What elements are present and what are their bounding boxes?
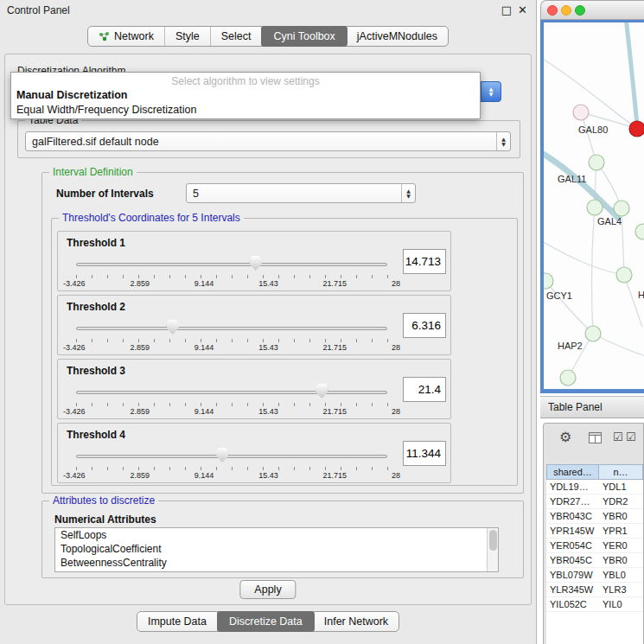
network-node[interactable] (635, 224, 644, 239)
numerical-attributes-label: Numerical Attributes (54, 513, 156, 526)
list-item[interactable]: BetweennessCentrality (55, 556, 498, 570)
gear-icon[interactable]: ⚙ (559, 429, 571, 445)
scale-tick-label: -3.426 (63, 279, 86, 288)
network-canvas[interactable]: GAL80 GAL11 GAL4 GCY1 HAP2 H (544, 22, 644, 389)
network-frame: GAL80 GAL11 GAL4 GCY1 HAP2 H (540, 20, 644, 393)
threshold-3-panel: Threshold 3 -3.426 2.859 9.144 15.43 21.… (57, 359, 451, 419)
network-node[interactable] (573, 105, 589, 120)
scale-tick-label: -3.426 (63, 343, 86, 352)
threshold-2-value-field[interactable] (403, 313, 446, 338)
table-panel-header: Table Panel (540, 396, 644, 418)
list-item[interactable]: TopologicalCoefficient (55, 542, 498, 556)
network-node[interactable] (616, 267, 632, 283)
apply-button[interactable]: Apply (239, 580, 296, 599)
thresholds-group: Threshold's Coordinates for 5 Intervals … (51, 218, 518, 486)
table-row[interactable]: YBR043C YBR0 (546, 509, 643, 524)
tab-network-label: Network (114, 30, 154, 42)
cell-shared-name: YER054C (546, 539, 599, 552)
tab-discretize-data[interactable]: Discretize Data (217, 611, 315, 632)
threshold-2-slider-thumb[interactable] (167, 320, 179, 335)
zoom-traffic-light[interactable] (575, 5, 585, 16)
threshold-4-label: Threshold 4 (67, 429, 125, 441)
network-node[interactable] (614, 201, 629, 216)
table-row[interactable]: YBL079W YBL0 (546, 568, 643, 583)
table-data-value: galFiltered.sif default node (32, 136, 159, 148)
scale-tick-label: 9.144 (194, 471, 214, 480)
network-node[interactable] (544, 273, 553, 289)
scale-tick-label: 15.43 (258, 279, 278, 288)
tab-infer-network[interactable]: Infer Network (314, 612, 399, 631)
table-data-combobox[interactable]: galFiltered.sif default node ▲▼ (25, 131, 511, 151)
network-node[interactable] (589, 155, 604, 170)
scale-tick-label: 28 (392, 407, 400, 416)
close-icon[interactable]: ✕ (518, 3, 527, 16)
tab-select-label: Select (221, 30, 252, 42)
close-traffic-light[interactable] (547, 5, 558, 16)
dropdown-placeholder: Select algorithm to view settings (11, 75, 480, 87)
threshold-1-value-field[interactable] (403, 249, 446, 274)
table-row[interactable]: YIL052C YIL0 (546, 597, 643, 612)
threshold-3-value-field[interactable] (403, 377, 446, 402)
threshold-4-value-field[interactable] (403, 441, 446, 466)
combobox-stepper-icon[interactable]: ▲▼ (481, 81, 501, 102)
interval-definition-group: Interval Definition Number of Intervals … (41, 172, 524, 494)
cell-shared-name: YIL052C (546, 597, 599, 611)
cell-name: YBR0 (599, 553, 643, 567)
tab-style-label: Style (175, 30, 200, 42)
table-row[interactable]: YDR27… YDR2 (546, 494, 643, 509)
scale-tick-label: 15.43 (258, 343, 278, 352)
cell-shared-name: YLR345W (546, 583, 599, 596)
slider-scale: -3.426 2.859 9.144 15.43 21.715 28 (63, 279, 400, 288)
dropdown-option-equal-width[interactable]: Equal Width/Frequency Discretization (16, 104, 196, 116)
combobox-stepper-icon: ▲▼ (496, 132, 510, 150)
threshold-4-slider-thumb[interactable] (216, 448, 228, 462)
dropdown-option-manual[interactable]: Manual Discretization (16, 89, 128, 101)
column-header-shared-name[interactable]: shared… (546, 464, 599, 480)
minimize-icon[interactable]: □ (501, 3, 512, 16)
number-of-intervals-combobox[interactable]: 5 ▲▼ (186, 183, 416, 203)
table-row[interactable]: YER054C YER0 (546, 539, 643, 553)
network-node[interactable] (587, 200, 603, 215)
network-graph: GAL80 GAL11 GAL4 GCY1 HAP2 H (544, 22, 644, 389)
slider-scale: -3.426 2.859 9.144 15.43 21.715 28 (63, 471, 400, 480)
list-scrollbar[interactable] (487, 528, 498, 571)
screen: Control Panel □ ✕ Network S (0, 0, 644, 644)
network-node[interactable] (560, 370, 576, 386)
tab-cyni-toolbox[interactable]: Cyni Toolbox (261, 26, 347, 47)
minimize-traffic-light[interactable] (561, 5, 571, 16)
cell-name: YPR1 (599, 524, 643, 538)
list-item[interactable]: SelfLoops (55, 528, 498, 542)
attributes-title: Attributes to discretize (49, 494, 158, 507)
scale-tick-label: 2.859 (130, 471, 150, 480)
table-row[interactable]: YBR045C YBR0 (546, 553, 643, 568)
scale-tick-label: -3.426 (63, 471, 86, 480)
tab-cyni-toolbox-label: Cyni Toolbox (273, 30, 335, 42)
tab-select[interactable]: Select (211, 27, 263, 46)
table-row[interactable]: YLR345W YLR3 (546, 583, 643, 597)
network-node[interactable] (585, 326, 601, 341)
threshold-3-slider-thumb[interactable] (316, 384, 328, 399)
tab-impute-data[interactable]: Impute Data (137, 612, 218, 631)
tab-jactivemnodules[interactable]: jActiveMNodules (347, 27, 448, 46)
selected-network-node[interactable] (629, 121, 644, 137)
table-body: YDL19… YDL1 YDR27… YDR2 YBR043C YBR0 YPR… (546, 480, 643, 644)
network-window-titlebar[interactable] (540, 0, 644, 20)
columns-icon[interactable] (589, 431, 602, 447)
scrollbar-thumb[interactable] (489, 530, 497, 551)
tab-network[interactable]: Network (88, 27, 165, 46)
slider-scale: -3.426 2.859 9.144 15.43 21.715 28 (63, 343, 400, 352)
table-row[interactable]: YPR145W YPR1 (546, 524, 643, 539)
node-label: GAL11 (558, 174, 586, 184)
slider-ticks (76, 339, 388, 342)
table-row[interactable]: YDL19… YDL1 (546, 480, 643, 494)
cyni-toolbox-panel: Discretization Algorithm ▲▼ Select algor… (4, 54, 532, 605)
threshold-2-panel: Threshold 2 -3.426 2.859 9.144 15.43 21.… (57, 295, 451, 355)
tab-style[interactable]: Style (165, 27, 211, 46)
threshold-1-slider-thumb[interactable] (250, 256, 262, 271)
checkbox-icon[interactable]: ☑ (626, 430, 636, 443)
cell-name: YDR2 (599, 494, 643, 508)
checkbox-icon[interactable]: ☑ (613, 430, 623, 443)
scale-tick-label: 21.715 (323, 471, 348, 480)
control-panel-window: Control Panel □ ✕ Network S (0, 0, 537, 644)
column-header-name[interactable]: n… (599, 464, 643, 480)
